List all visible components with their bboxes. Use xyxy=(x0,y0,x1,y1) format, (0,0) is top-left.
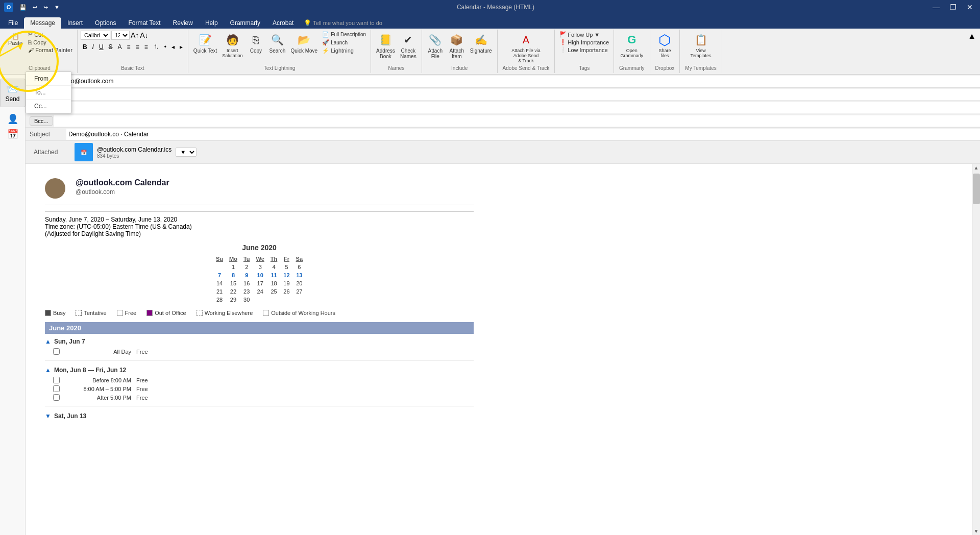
full-description-btn[interactable]: 📄 Full Description xyxy=(321,31,368,38)
title-bar-left: O 💾 ↩ ↪ ▼ xyxy=(4,3,62,12)
tab-file[interactable]: File xyxy=(2,17,24,29)
align-right-btn[interactable]: ≡ xyxy=(142,43,150,51)
quick-move-button[interactable]: 📂 Quick Move xyxy=(288,31,320,55)
quick-text-button[interactable]: 📝 Quick Text xyxy=(191,31,219,55)
tab-review[interactable]: Review xyxy=(167,17,199,29)
from-dropdown-overlay: From To... Cc... xyxy=(26,71,71,113)
slot-sun-checkbox[interactable] xyxy=(53,348,60,355)
font-family-select[interactable]: Calibri xyxy=(81,31,110,40)
bold-button[interactable]: B xyxy=(81,43,89,51)
copy-tl-button[interactable]: ⎘ Copy xyxy=(246,31,266,55)
text-lightning-group: 📝 Quick Text 🧑 InsertSalutation ⎘ Copy 🔍… xyxy=(188,30,371,73)
tab-insert[interactable]: Insert xyxy=(61,17,89,29)
subject-input[interactable] xyxy=(66,129,980,140)
decrease-indent-btn[interactable]: ◂ xyxy=(169,43,177,51)
slot-after5-checkbox[interactable] xyxy=(53,394,60,401)
my-templates-label: My Templates xyxy=(683,64,719,72)
shrink-font-btn[interactable]: A↓ xyxy=(140,31,148,39)
collapse-ribbon-btn[interactable]: ▲ xyxy=(966,30,978,43)
save-quick-btn[interactable]: 💾 xyxy=(17,3,29,12)
attachment-dropdown[interactable]: ▼ xyxy=(176,148,197,157)
dropbox-group-label: Dropbox xyxy=(653,64,677,72)
cal-cell: 17 xyxy=(253,279,267,287)
tab-message[interactable]: Message xyxy=(24,17,61,29)
body-scroll[interactable]: @outlook.com Calendar @outlook.com Sunda… xyxy=(26,164,972,535)
cal-cell: 3 xyxy=(253,263,267,271)
view-templates-label: ViewTemplates xyxy=(691,48,712,58)
attach-item-button[interactable]: 📦 AttachItem xyxy=(447,31,467,60)
align-left-btn[interactable]: ≡ xyxy=(125,43,133,51)
contacts-icon[interactable]: 👤 xyxy=(7,113,18,125)
day-mon-arrow: ▲ xyxy=(45,367,51,374)
cal-timezone: Time zone: (UTC-05:00) Eastern Time (US … xyxy=(45,223,474,230)
format-painter-button[interactable]: 🖌 Format Painter xyxy=(27,46,74,54)
send-button[interactable]: 📨 Send xyxy=(0,79,26,107)
scroll-down-btn[interactable]: ▼ xyxy=(973,527,980,535)
minimize-btn[interactable]: — xyxy=(929,2,943,12)
share-files-button[interactable]: ⬡ Sharefiles xyxy=(654,31,675,59)
insert-salutation-button[interactable]: 🧑 InsertSalutation xyxy=(220,31,244,59)
low-importance-button[interactable]: ❕ Low Importance xyxy=(558,46,610,54)
bcc-button[interactable]: Bcc... xyxy=(30,116,53,126)
divider-mon-fri xyxy=(45,406,474,406)
cc-input[interactable] xyxy=(52,102,980,113)
attachment-size: 834 bytes xyxy=(97,153,172,159)
italic-button[interactable]: I xyxy=(90,43,96,51)
grow-font-btn[interactable]: A↑ xyxy=(131,31,139,39)
tab-options[interactable]: Options xyxy=(89,17,122,29)
follow-up-button[interactable]: 🚩 Follow Up ▼ xyxy=(558,31,610,38)
strikethrough-button[interactable]: S xyxy=(107,43,115,51)
address-book-button[interactable]: 📒 AddressBook xyxy=(374,31,397,60)
cut-button[interactable]: ✂ Cut xyxy=(27,31,74,38)
cal-cell xyxy=(253,296,267,304)
dropdown-to-item[interactable]: To... xyxy=(26,86,71,100)
cal-col-su: Su xyxy=(213,255,226,263)
font-color-btn[interactable]: A xyxy=(116,43,124,51)
search-tl-button[interactable]: 🔍 Search xyxy=(267,31,287,55)
bullets-btn[interactable]: • xyxy=(162,43,168,51)
dropdown-cc-item[interactable]: Cc... xyxy=(26,100,71,113)
attachment-name: @outlook.com Calendar.ics xyxy=(97,146,172,153)
font-size-select[interactable]: 12 xyxy=(111,31,130,40)
qa-dropdown-btn[interactable]: ▼ xyxy=(52,3,62,12)
numbering-btn[interactable]: ⒈ xyxy=(151,42,161,52)
tab-format-text[interactable]: Format Text xyxy=(122,17,166,29)
view-templates-button[interactable]: 📋 ViewTemplates xyxy=(689,31,714,59)
tab-acrobat[interactable]: Acrobat xyxy=(266,17,300,29)
adobe-attach-button[interactable]: A Attach File viaAdobe Send& Track xyxy=(509,31,543,64)
scroll-up-btn[interactable]: ▲ xyxy=(973,164,980,172)
tab-tell-me[interactable]: 💡 Tell me what you want to do xyxy=(300,17,386,29)
increase-indent-btn[interactable]: ▸ xyxy=(178,43,185,51)
close-btn[interactable]: ✕ xyxy=(964,2,976,12)
bcc-row: Bcc... xyxy=(26,114,980,128)
copy-button[interactable]: ⎘ Copy xyxy=(27,39,74,46)
tags-col: 🚩 Follow Up ▼ ❗ High Importance ❕ Low Im… xyxy=(558,31,610,54)
undo-quick-btn[interactable]: ↩ xyxy=(31,3,39,12)
restore-btn[interactable]: ❐ xyxy=(947,2,960,12)
slot-after5-status: Free xyxy=(136,395,148,401)
underline-button[interactable]: U xyxy=(97,43,106,51)
align-center-btn[interactable]: ≡ xyxy=(134,43,141,51)
dropdown-from-item[interactable]: From xyxy=(26,72,71,86)
slot-before8-checkbox[interactable] xyxy=(53,377,60,383)
calendar-side-icon[interactable]: 📅 xyxy=(7,129,18,140)
high-importance-button[interactable]: ❗ High Importance xyxy=(558,38,610,46)
from-input[interactable] xyxy=(57,76,980,87)
attach-file-button[interactable]: 📎 AttachFile xyxy=(425,31,446,60)
tab-help[interactable]: Help xyxy=(199,17,224,29)
signature-button[interactable]: ✍ Signature xyxy=(468,31,494,55)
to-input[interactable] xyxy=(51,89,980,100)
redo-quick-btn[interactable]: ↪ xyxy=(41,3,50,12)
open-grammarly-button[interactable]: G OpenGrammarly xyxy=(619,31,646,59)
launch-btn[interactable]: 🚀 Launch xyxy=(321,39,368,46)
cal-col-fr: Fr xyxy=(280,255,292,263)
paste-button[interactable]: 📋 Paste xyxy=(5,31,26,48)
legend-tentative-label: Tentative xyxy=(84,310,106,316)
scrollbar-thumb[interactable] xyxy=(973,174,980,204)
bcc-input[interactable] xyxy=(54,115,980,127)
check-names-button[interactable]: ✔ CheckNames xyxy=(398,31,419,60)
tab-grammarly[interactable]: Grammarly xyxy=(224,17,266,29)
cal-cell: 4 xyxy=(267,263,280,271)
slot-business-checkbox[interactable] xyxy=(53,385,60,392)
full-desc-icon: 📄 xyxy=(322,31,329,38)
